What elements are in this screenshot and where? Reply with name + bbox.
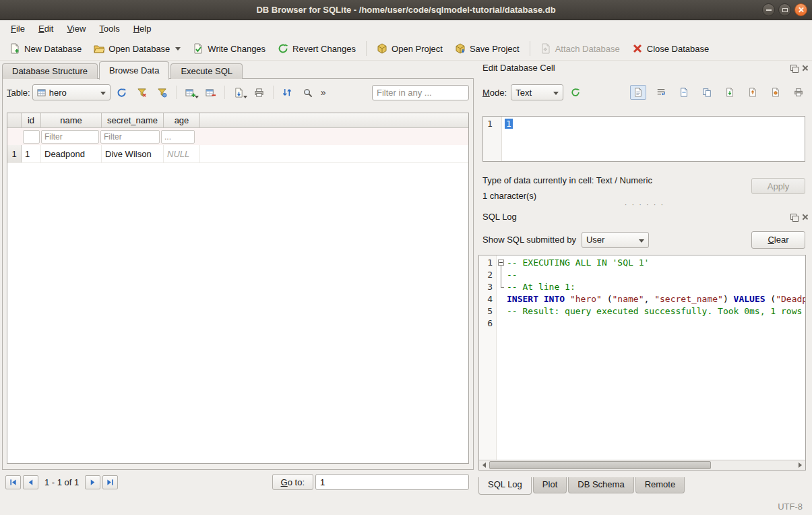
mode-select[interactable]: Text <box>511 84 563 100</box>
titlebar[interactable]: DB Browser for SQLite - /home/user/code/… <box>0 0 812 20</box>
open-database-button[interactable]: Open Database <box>88 40 186 57</box>
cell-age[interactable]: NULL <box>164 145 200 162</box>
sort-button[interactable] <box>278 84 296 100</box>
clear-log-button[interactable]: Clear <box>751 231 805 249</box>
show-sql-label: Show SQL submitted by <box>482 235 576 245</box>
scroll-right-icon[interactable] <box>795 460 805 470</box>
print-cell-button[interactable] <box>790 85 807 100</box>
auto-format-button[interactable] <box>567 85 584 100</box>
menu-tools[interactable]: Tools <box>92 22 126 36</box>
write-changes-icon <box>193 43 204 54</box>
edit-cell-toolbar: Mode: Text <box>482 84 807 101</box>
first-record-button[interactable] <box>5 475 21 489</box>
sql-log-title: SQL Log <box>482 212 517 222</box>
previous-record-button[interactable] <box>23 475 38 489</box>
print-button[interactable] <box>250 84 268 100</box>
menu-view[interactable]: View <box>60 22 92 36</box>
float-dock-icon[interactable] <box>790 214 797 220</box>
conditional-format-button[interactable] <box>153 84 171 100</box>
set-null-button[interactable] <box>768 85 784 100</box>
dock-tabbar: SQL Log Plot DB Schema Remote <box>478 477 686 495</box>
refresh-button[interactable] <box>113 84 131 100</box>
tab-database-structure[interactable]: Database Structure <box>2 63 98 79</box>
open-project-button[interactable]: Open Project <box>371 40 448 57</box>
revert-changes-button[interactable]: Revert Changes <box>272 40 361 57</box>
clear-filters-button[interactable] <box>133 84 151 100</box>
menu-file[interactable]: File <box>4 22 32 36</box>
float-dock-icon[interactable] <box>790 65 797 71</box>
open-database-dropdown-icon[interactable] <box>175 47 181 51</box>
last-record-button[interactable] <box>102 475 118 489</box>
cell-secret-name[interactable]: Dive Wilson <box>102 145 164 162</box>
goto-input[interactable] <box>315 474 469 490</box>
mode-label: Mode: <box>482 88 507 98</box>
sql-log-lines: -- EXECUTING ALL IN 'SQL 1' -- -- At lin… <box>507 257 805 330</box>
open-project-icon <box>377 43 387 54</box>
filter-input-id[interactable] <box>23 130 40 144</box>
filter-input-name[interactable] <box>41 130 99 144</box>
menu-help[interactable]: Help <box>127 22 158 36</box>
close-database-button[interactable]: Close Database <box>627 40 715 57</box>
delete-record-button[interactable] <box>201 84 220 100</box>
dock-tab-sql-log[interactable]: SQL Log <box>478 477 532 495</box>
sql-log-dock-controls <box>790 214 809 220</box>
fold-collapse-icon[interactable] <box>498 260 504 266</box>
export-button[interactable] <box>230 84 248 100</box>
table-select[interactable]: hero <box>32 84 111 100</box>
column-header-id[interactable]: id <box>22 113 41 127</box>
dock-tab-db-schema[interactable]: DB Schema <box>568 477 633 493</box>
toolbar-separator <box>366 41 367 56</box>
filter-input-secret-name[interactable] <box>100 130 160 144</box>
dock-tab-remote[interactable]: Remote <box>635 477 685 493</box>
tab-browse-data[interactable]: Browse Data <box>99 61 169 80</box>
new-database-button[interactable]: New Database <box>4 40 87 57</box>
column-header-age[interactable]: age <box>164 113 200 127</box>
toolbar-overflow-icon[interactable]: » <box>319 87 328 98</box>
cell-char-count: 1 character(s) <box>482 191 536 201</box>
table-icon <box>37 88 46 97</box>
import-data-button[interactable] <box>722 85 738 100</box>
filter-input-age[interactable] <box>161 130 195 144</box>
sql-log-view[interactable]: 1 2 3 4 5 6 -- EXECUTING ALL IN 'SQL 1' … <box>478 255 806 471</box>
save-project-button[interactable]: Save Project <box>449 40 525 57</box>
tab-execute-sql[interactable]: Execute SQL <box>170 63 243 79</box>
column-header-secret-name[interactable]: secret_name <box>102 113 164 127</box>
scrollbar-thumb[interactable] <box>489 461 711 469</box>
maximize-icon <box>782 8 788 12</box>
corner-header[interactable] <box>7 113 22 127</box>
open-data-button[interactable] <box>676 85 692 100</box>
cell-name[interactable]: Deadpond <box>41 145 102 162</box>
horizontal-scrollbar[interactable] <box>479 460 805 470</box>
header-filler <box>200 113 468 127</box>
cell-id[interactable]: 1 <box>22 145 41 162</box>
cell-editor-content[interactable]: 1 <box>505 119 513 129</box>
revert-changes-icon <box>278 43 288 54</box>
new-record-button[interactable] <box>181 84 199 100</box>
write-changes-button[interactable]: Write Changes <box>187 40 271 57</box>
scroll-left-icon[interactable] <box>479 460 489 470</box>
minimize-button[interactable] <box>762 3 775 16</box>
row-header[interactable]: 1 <box>7 145 22 162</box>
dock-splitter-handle[interactable]: · · · · · · <box>477 200 812 208</box>
close-icon <box>798 7 804 13</box>
word-wrap-button[interactable] <box>653 85 669 100</box>
menu-edit[interactable]: Edit <box>32 22 60 36</box>
close-button[interactable] <box>794 3 807 16</box>
grid-empty-area[interactable] <box>7 163 468 463</box>
cell-editor[interactable]: 1 1 <box>482 116 805 162</box>
close-dock-icon[interactable] <box>802 214 809 220</box>
filter-any-input[interactable] <box>372 85 469 100</box>
column-header-name[interactable]: name <box>41 113 102 127</box>
dock-tab-plot[interactable]: Plot <box>533 477 567 493</box>
goto-button[interactable]: Go to: <box>272 474 313 490</box>
next-record-button[interactable] <box>85 475 100 489</box>
fold-line <box>501 266 501 287</box>
find-button[interactable] <box>299 84 317 100</box>
export-data-button[interactable] <box>745 85 761 100</box>
copy-data-button[interactable] <box>699 85 715 100</box>
sql-source-select[interactable]: User <box>582 232 649 248</box>
close-dock-icon[interactable] <box>802 65 809 71</box>
maximize-button[interactable] <box>778 3 791 16</box>
text-view-button[interactable] <box>630 85 646 100</box>
log-line: -- <box>507 269 805 281</box>
